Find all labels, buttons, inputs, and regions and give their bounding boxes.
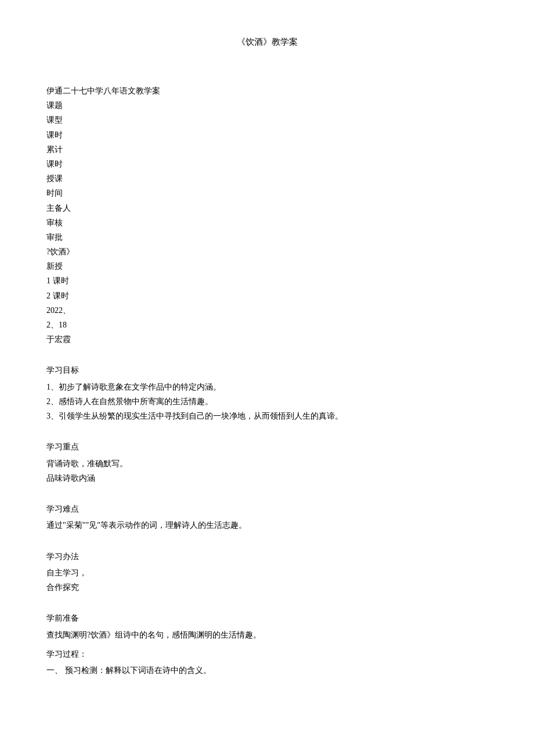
learning-difficulty-section: 学习难点 通过"采菊""见"等表示动作的词，理解诗人的生活志趣。 xyxy=(46,503,488,533)
pre-class-prep-0: 查找陶渊明?饮酒》组诗中的名句，感悟陶渊明的生活情趣。 xyxy=(46,628,488,642)
info-line-16: 于宏霞 xyxy=(46,332,488,347)
page-title: 《饮酒》教学案 xyxy=(46,35,488,49)
learning-focus-0: 背诵诗歌，准确默写。 xyxy=(46,456,488,471)
learning-goal-0: 1、初步了解诗歌意象在文学作品中的特定内涵。 xyxy=(46,380,488,394)
learning-goals-section: 学习目标 1、初步了解诗歌意象在文学作品中的特定内涵。 2、感悟诗人在自然景物中… xyxy=(46,364,488,423)
info-line-1: 课型 xyxy=(46,113,488,127)
learning-process-0: 一、 预习检测：解释以下词语在诗中的含义。 xyxy=(46,663,488,678)
info-line-9: 审批 xyxy=(46,230,488,244)
learning-difficulty-heading: 学习难点 xyxy=(46,503,488,516)
school-header: 伊通二十七中学八年语文教学案 xyxy=(46,84,488,98)
learning-method-1: 合作探究 xyxy=(46,580,488,595)
learning-goals-heading: 学习目标 xyxy=(46,364,488,377)
info-line-5: 授课 xyxy=(46,171,488,186)
info-line-12: 1 课时 xyxy=(46,273,488,288)
info-line-7: 主备人 xyxy=(46,201,488,215)
info-line-10: ?饮酒》 xyxy=(46,244,488,259)
learning-method-heading: 学习办法 xyxy=(46,550,488,563)
info-line-2: 课时 xyxy=(46,128,488,142)
info-line-11: 新授 xyxy=(46,259,488,273)
info-line-4: 课时 xyxy=(46,157,488,171)
learning-focus-section: 学习重点 背诵诗歌，准确默写。 品味诗歌内涵 xyxy=(46,441,488,485)
pre-class-prep-section: 学前准备 查找陶渊明?饮酒》组诗中的名句，感悟陶渊明的生活情趣。 xyxy=(46,612,488,642)
info-line-15: 2、18 xyxy=(46,318,488,332)
info-line-0: 课题 xyxy=(46,98,488,113)
learning-goal-2: 3、引领学生从纷繁的现实生活中寻找到自己的一块净地，从而领悟到人生的真谛。 xyxy=(46,409,488,423)
learning-process-section: 学习过程： 一、 预习检测：解释以下词语在诗中的含义。 xyxy=(46,648,488,678)
school-info-block: 伊通二十七中学八年语文教学案 课题 课型 课时 累计 课时 授课 时间 主备人 … xyxy=(46,84,488,347)
info-line-3: 累计 xyxy=(46,142,488,157)
learning-process-heading: 学习过程： xyxy=(46,648,488,661)
learning-focus-1: 品味诗歌内涵 xyxy=(46,471,488,485)
info-line-8: 审核 xyxy=(46,215,488,230)
learning-difficulty-0: 通过"采菊""见"等表示动作的词，理解诗人的生活志趣。 xyxy=(46,518,488,532)
learning-focus-heading: 学习重点 xyxy=(46,441,488,453)
learning-goal-1: 2、感悟诗人在自然景物中所寄寓的生活情趣。 xyxy=(46,394,488,409)
learning-method-0: 自主学习， xyxy=(46,566,488,580)
info-line-6: 时间 xyxy=(46,186,488,200)
info-line-14: 2022、 xyxy=(46,303,488,318)
info-line-13: 2 课时 xyxy=(46,289,488,303)
pre-class-prep-heading: 学前准备 xyxy=(46,612,488,625)
learning-method-section: 学习办法 自主学习， 合作探究 xyxy=(46,550,488,595)
